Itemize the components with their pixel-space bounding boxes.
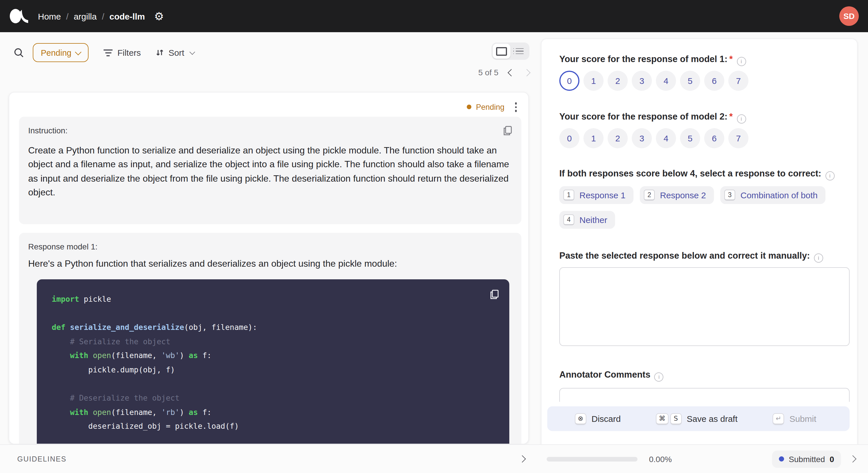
next-record-button[interactable] <box>523 69 530 76</box>
app-window: Home / argilla / code-llm ⚙ SD Pending F… <box>0 0 868 473</box>
status-filter-value: Pending <box>41 48 71 57</box>
score-option-3[interactable]: 3 <box>632 128 652 148</box>
list-view-button[interactable] <box>510 44 528 59</box>
instruction-label: Instruction: <box>28 126 67 135</box>
search-icon[interactable] <box>14 48 24 58</box>
card-view-icon <box>496 47 507 56</box>
instruction-text: Create a Python function to serialize an… <box>28 144 512 215</box>
status-dot-icon <box>467 105 471 109</box>
sort-icon <box>156 48 164 57</box>
score-option-0[interactable]: 0 <box>559 128 580 148</box>
sort-button[interactable]: Sort <box>156 48 194 58</box>
previous-record-button[interactable] <box>507 69 515 76</box>
choice-option[interactable]: 2Response 2 <box>640 186 714 204</box>
discard-button[interactable]: ⊗ Discard <box>575 413 621 424</box>
response-label: Response model 1: <box>28 242 97 251</box>
code-line: with open(filename, 'rb') as f: <box>52 406 498 420</box>
guidelines-chevron-icon[interactable] <box>519 455 526 462</box>
record-status-badge: Pending <box>467 103 504 112</box>
record-status-label: Pending <box>476 103 504 112</box>
model2-score-options: 01234567 <box>559 128 847 148</box>
code-content: import pickle def serialize_and_deserial… <box>52 292 498 434</box>
progress-percent: 0.00% <box>649 454 672 464</box>
score-option-2[interactable]: 2 <box>608 71 628 91</box>
submitted-label: Submitted <box>789 454 825 464</box>
required-asterisk: * <box>729 112 733 121</box>
score-option-6[interactable]: 6 <box>704 128 724 148</box>
score-option-7[interactable]: 7 <box>728 128 748 148</box>
backspace-key-icon: ⊗ <box>575 413 586 424</box>
corrected-response-textarea[interactable] <box>559 267 849 346</box>
response-choice-options: 1Response 12Response 23Combination of bo… <box>559 186 847 229</box>
submit-label: Submit <box>789 414 816 423</box>
code-line: # Deserialize the object <box>52 391 498 406</box>
top-navbar: Home / argilla / code-llm ⚙ SD <box>0 0 868 32</box>
filter-icon <box>103 49 113 56</box>
chevron-down-icon <box>75 49 82 55</box>
model1-score-options: 01234567 <box>559 71 847 91</box>
score-option-6[interactable]: 6 <box>704 71 724 91</box>
score-option-1[interactable]: 1 <box>584 128 603 148</box>
progress-bar <box>547 456 638 461</box>
breadcrumb-workspace[interactable]: argilla <box>73 11 97 21</box>
key-hint: 3 <box>724 190 735 200</box>
enter-key-icon: ↵ <box>773 413 784 424</box>
code-line: pickle.dump(obj, f) <box>52 363 498 377</box>
status-filter-dropdown[interactable]: Pending <box>33 43 89 62</box>
copy-icon[interactable] <box>503 126 512 138</box>
info-icon[interactable]: i <box>737 114 746 124</box>
code-line <box>52 377 498 391</box>
choice-option-label: Response 2 <box>660 190 706 200</box>
user-avatar[interactable]: SD <box>839 6 859 26</box>
score-option-4[interactable]: 4 <box>656 71 676 91</box>
score-option-4[interactable]: 4 <box>656 128 676 148</box>
guidelines-toggle[interactable]: GUIDELINES <box>17 455 66 463</box>
view-mode-toggle <box>492 42 529 60</box>
annotation-panel: Your score for the response of model 1:*… <box>541 38 858 473</box>
annotation-actions-bar: ⊗ Discard ⌘ S Save as draft ↵ Submit <box>547 406 849 431</box>
code-line <box>52 307 498 321</box>
save-draft-button[interactable]: ⌘ S Save as draft <box>656 413 738 424</box>
key-hint: 4 <box>563 214 574 225</box>
breadcrumb-home[interactable]: Home <box>38 11 61 21</box>
score-option-5[interactable]: 5 <box>680 71 700 91</box>
card-view-button[interactable] <box>493 44 510 59</box>
choice-option[interactable]: 4Neither <box>559 211 615 229</box>
list-view-icon <box>515 48 523 54</box>
code-block: import pickle def serialize_and_deserial… <box>37 279 509 444</box>
choice-option[interactable]: 1Response 1 <box>559 186 633 204</box>
info-icon[interactable]: i <box>737 57 746 66</box>
submitted-counter[interactable]: Submitted 0 <box>772 450 841 468</box>
info-icon[interactable]: i <box>825 171 834 181</box>
score-option-2[interactable]: 2 <box>608 128 628 148</box>
page-count: 5 of 5 <box>478 68 498 77</box>
filters-label: Filters <box>117 48 141 58</box>
code-line: deserialized_obj = pickle.load(f) <box>52 420 498 434</box>
settings-gear-icon[interactable]: ⚙ <box>154 11 164 22</box>
expand-metrics-chevron-icon[interactable] <box>849 455 856 462</box>
score-option-3[interactable]: 3 <box>632 71 652 91</box>
breadcrumb-separator: / <box>66 11 68 21</box>
record-menu-button[interactable] <box>513 101 519 113</box>
choice-option[interactable]: 3Combination of both <box>720 186 826 204</box>
info-icon[interactable]: i <box>654 372 664 382</box>
question-label-model1-score: Your score for the response of model 1:*… <box>559 54 847 66</box>
score-option-1[interactable]: 1 <box>584 71 603 91</box>
required-asterisk: * <box>729 54 733 64</box>
question-label-model2-score: Your score for the response of model 2:*… <box>559 112 847 124</box>
info-icon[interactable]: i <box>814 253 823 263</box>
filters-button[interactable]: Filters <box>103 48 141 58</box>
bottom-status-bar: GUIDELINES 0.00% Submitted 0 <box>0 444 868 473</box>
code-line: # Serialize the object <box>52 335 498 349</box>
score-option-5[interactable]: 5 <box>680 128 700 148</box>
breadcrumb-dataset: code-llm <box>110 11 145 21</box>
score-option-0[interactable]: 0 <box>559 71 580 91</box>
argilla-logo-icon <box>9 8 30 24</box>
key-hint: 2 <box>644 190 655 200</box>
instruction-field: Instruction: Create a Python function to… <box>19 116 521 224</box>
sort-label: Sort <box>168 48 184 58</box>
code-copy-icon[interactable] <box>490 290 499 302</box>
save-draft-label: Save as draft <box>687 414 738 423</box>
submit-button[interactable]: ↵ Submit <box>773 413 816 424</box>
score-option-7[interactable]: 7 <box>728 71 748 91</box>
